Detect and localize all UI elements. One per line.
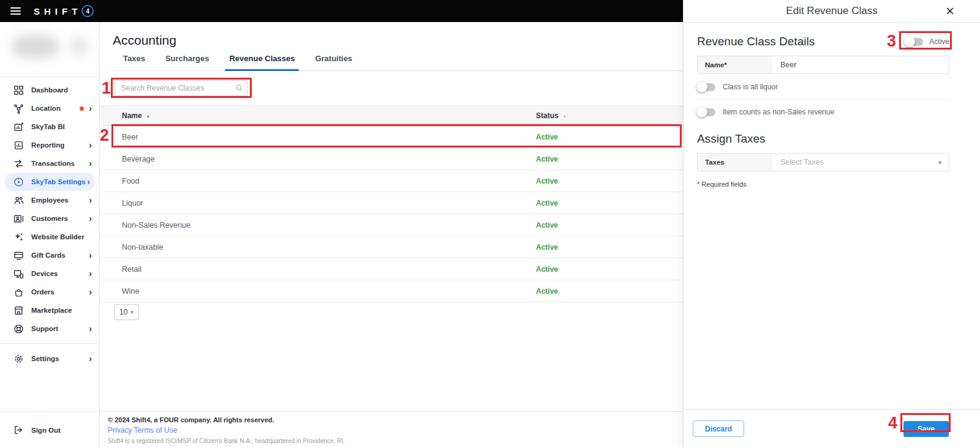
merchant-profile-area xyxy=(0,22,99,77)
sidebar-item-support[interactable]: Support› xyxy=(0,319,99,338)
status-badge: Active xyxy=(536,155,683,163)
sidebar-item-settings[interactable]: Settings› xyxy=(0,349,99,368)
skytab-bi-icon xyxy=(13,122,24,132)
sign-out-label: Sign Out xyxy=(31,427,61,434)
search-icon xyxy=(235,84,243,92)
cell-name: Food xyxy=(100,177,536,185)
status-badge: Active xyxy=(536,221,683,230)
table-row-beverage[interactable]: BeverageActive xyxy=(100,148,683,170)
column-header-status-label: Status xyxy=(536,111,559,120)
sidebar-item-customers[interactable]: Customers› xyxy=(0,209,99,228)
website-builder-icon xyxy=(13,232,24,242)
table-row-beer[interactable]: BeerActive xyxy=(100,126,683,148)
tab-gratuities[interactable]: Gratuities xyxy=(315,54,352,70)
close-icon[interactable]: × xyxy=(946,5,954,17)
sidebar-item-label: Marketplace xyxy=(31,307,72,314)
sidebar-item-label: Website Builder xyxy=(31,233,85,241)
chevron-right-icon: › xyxy=(89,159,92,168)
customers-icon xyxy=(13,214,24,224)
sidebar-item-reporting[interactable]: Reporting› xyxy=(0,136,99,154)
brand-text: SHIFT xyxy=(34,6,81,17)
copyright-text: © 2024 Shift4, a FOUR company. All right… xyxy=(108,416,683,424)
status-badge: Active xyxy=(536,177,683,185)
sidebar-item-label: Orders xyxy=(31,288,55,296)
table-row-non-taxable[interactable]: Non-taxableActive xyxy=(100,236,683,258)
column-header-name[interactable]: Name ▲ xyxy=(100,111,536,120)
page-size-select[interactable]: 10 ▾ xyxy=(114,304,139,320)
class-is-all-liquor-toggle[interactable] xyxy=(697,83,715,91)
active-toggle[interactable] xyxy=(905,38,923,46)
tab-revenue-classes[interactable]: Revenue Classes xyxy=(229,54,295,70)
sidebar-item-gift-cards[interactable]: Gift Cards› xyxy=(0,246,99,264)
page-title: Accounting xyxy=(113,33,176,48)
transactions-icon xyxy=(13,159,24,169)
sidebar-item-employees[interactable]: Employees› xyxy=(0,191,99,209)
active-toggle-group: Active xyxy=(905,37,949,46)
column-header-name-label: Name xyxy=(122,111,142,120)
sidebar-item-label: Dashboard xyxy=(31,86,68,94)
save-button[interactable]: Save xyxy=(903,421,949,437)
edit-revenue-class-panel: Edit Revenue Class × Revenue Class Detai… xyxy=(683,0,980,448)
column-header-status[interactable]: Status ▲ xyxy=(536,111,683,120)
toggle-knob xyxy=(696,106,707,118)
taxes-select[interactable]: Select Taxes ▾ xyxy=(772,154,949,171)
name-field-input[interactable] xyxy=(772,56,949,73)
non-sales-revenue-toggle[interactable] xyxy=(697,108,715,116)
discard-button[interactable]: Discard xyxy=(693,420,744,437)
name-field-row: Name* xyxy=(697,56,949,74)
sidebar-item-label: Support xyxy=(31,325,58,332)
liquor-toggle-label: Class is all liquor xyxy=(723,83,778,91)
privacy-terms-link[interactable]: Privacy Terms of Use xyxy=(108,426,177,435)
redacted-avatar xyxy=(70,37,88,55)
sidebar-item-devices[interactable]: Devices› xyxy=(0,264,99,283)
sidebar-item-dashboard[interactable]: Dashboard xyxy=(0,81,99,99)
revenue-classes-table: Name ▲ Status ▲ BeerActiveBeverageActive… xyxy=(100,105,683,302)
table-row-liquor[interactable]: LiquorActive xyxy=(100,192,683,214)
sidebar-item-label: Customers xyxy=(31,215,68,222)
sidebar-item-sign-out[interactable]: Sign Out xyxy=(0,411,99,448)
search-wrapper xyxy=(115,80,248,96)
skytab-settings-icon xyxy=(13,177,24,187)
sidebar-item-skytab-settings[interactable]: SkyTab Settings› xyxy=(4,173,95,191)
orders-icon xyxy=(13,287,24,297)
redacted-merchant-name xyxy=(12,35,59,58)
non-sales-toggle-label: Item counts as non-Sales revenue xyxy=(723,108,834,116)
legal-text: Shift4 is a registered ISO/MSP of Citize… xyxy=(108,438,683,444)
chevron-right-icon: › xyxy=(87,177,90,186)
sort-asc-icon: ▲ xyxy=(146,113,151,119)
chevron-right-icon: › xyxy=(89,196,92,204)
chevron-right-icon: › xyxy=(89,214,92,223)
cell-name: Wine xyxy=(100,287,536,296)
toggle-knob xyxy=(904,36,915,47)
section-heading-assign-taxes: Assign Taxes xyxy=(697,132,949,146)
support-icon xyxy=(13,324,24,334)
tab-surcharges[interactable]: Surcharges xyxy=(165,54,209,70)
hamburger-menu-icon[interactable] xyxy=(10,6,21,17)
footer: © 2024 Shift4, a FOUR company. All right… xyxy=(100,411,683,444)
sidebar-menu: DashboardLocation›SkyTab BIReporting›Tra… xyxy=(0,77,99,368)
sidebar-item-location[interactable]: Location› xyxy=(0,99,99,118)
sidebar-item-label: SkyTab BI xyxy=(31,123,65,130)
sidebar-item-label: Devices xyxy=(31,270,58,277)
sidebar-item-website-builder[interactable]: Website Builder xyxy=(0,228,99,246)
status-badge: Active xyxy=(536,265,683,274)
tab-taxes[interactable]: Taxes xyxy=(123,54,145,70)
chevron-down-icon: ▾ xyxy=(130,309,134,315)
table-row-wine[interactable]: WineActive xyxy=(100,280,683,302)
notification-dot xyxy=(80,106,84,111)
sidebar-item-marketplace[interactable]: Marketplace xyxy=(0,301,99,319)
table-row-retail[interactable]: RetailActive xyxy=(100,258,683,280)
toggle-knob xyxy=(696,81,707,92)
chevron-right-icon: › xyxy=(89,288,92,296)
table-row-food[interactable]: FoodActive xyxy=(100,170,683,192)
cell-name: Beverage xyxy=(100,155,536,163)
sidebar-item-label: Transactions xyxy=(31,160,75,167)
search-input[interactable] xyxy=(115,80,248,96)
table-row-non-sales-revenue[interactable]: Non-Sales RevenueActive xyxy=(100,214,683,236)
chevron-right-icon: › xyxy=(89,104,92,113)
sidebar-item-orders[interactable]: Orders› xyxy=(0,283,99,301)
marketplace-icon xyxy=(13,305,24,316)
sidebar-item-skytab-bi[interactable]: SkyTab BI xyxy=(0,118,99,136)
sidebar-item-transactions[interactable]: Transactions› xyxy=(0,154,99,173)
non-sales-toggle-row: Item counts as non-Sales revenue xyxy=(697,108,949,116)
